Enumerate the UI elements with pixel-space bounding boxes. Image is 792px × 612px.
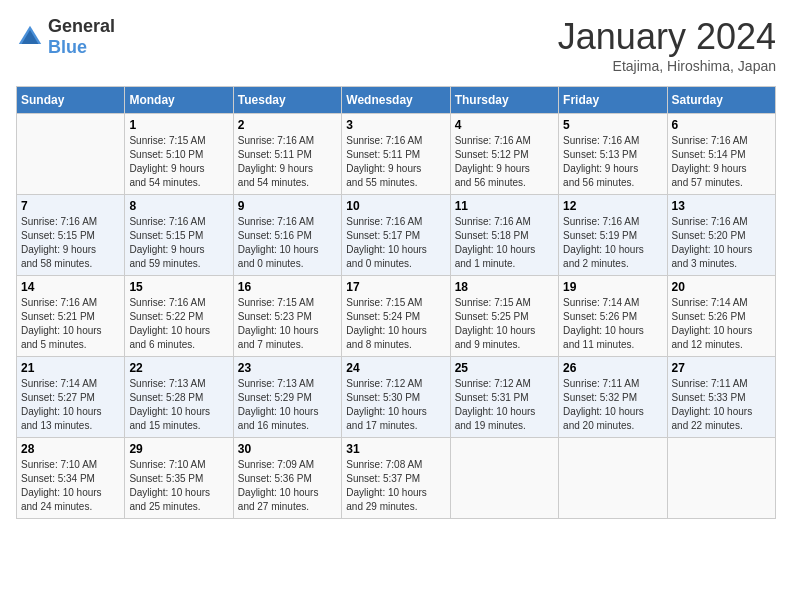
day-number: 30 [238,442,337,456]
logo-general: General [48,16,115,36]
calendar-table: Sunday Monday Tuesday Wednesday Thursday… [16,86,776,519]
week-row-0: 1Sunrise: 7:15 AM Sunset: 5:10 PM Daylig… [17,114,776,195]
day-cell: 4Sunrise: 7:16 AM Sunset: 5:12 PM Daylig… [450,114,558,195]
day-cell [667,438,775,519]
day-info: Sunrise: 7:14 AM Sunset: 5:26 PM Dayligh… [563,296,662,352]
day-cell: 16Sunrise: 7:15 AM Sunset: 5:23 PM Dayli… [233,276,341,357]
day-number: 21 [21,361,120,375]
day-cell: 21Sunrise: 7:14 AM Sunset: 5:27 PM Dayli… [17,357,125,438]
day-info: Sunrise: 7:09 AM Sunset: 5:36 PM Dayligh… [238,458,337,514]
col-thursday: Thursday [450,87,558,114]
day-number: 26 [563,361,662,375]
day-info: Sunrise: 7:16 AM Sunset: 5:17 PM Dayligh… [346,215,445,271]
day-info: Sunrise: 7:08 AM Sunset: 5:37 PM Dayligh… [346,458,445,514]
week-row-3: 21Sunrise: 7:14 AM Sunset: 5:27 PM Dayli… [17,357,776,438]
day-cell: 2Sunrise: 7:16 AM Sunset: 5:11 PM Daylig… [233,114,341,195]
day-cell: 17Sunrise: 7:15 AM Sunset: 5:24 PM Dayli… [342,276,450,357]
col-saturday: Saturday [667,87,775,114]
day-info: Sunrise: 7:12 AM Sunset: 5:31 PM Dayligh… [455,377,554,433]
header-row: Sunday Monday Tuesday Wednesday Thursday… [17,87,776,114]
day-info: Sunrise: 7:13 AM Sunset: 5:29 PM Dayligh… [238,377,337,433]
col-sunday: Sunday [17,87,125,114]
day-info: Sunrise: 7:16 AM Sunset: 5:11 PM Dayligh… [238,134,337,190]
header: General Blue January 2024 Etajima, Hiros… [16,16,776,74]
day-number: 3 [346,118,445,132]
logo-icon [16,23,44,51]
day-number: 16 [238,280,337,294]
day-cell: 18Sunrise: 7:15 AM Sunset: 5:25 PM Dayli… [450,276,558,357]
day-cell: 24Sunrise: 7:12 AM Sunset: 5:30 PM Dayli… [342,357,450,438]
day-info: Sunrise: 7:16 AM Sunset: 5:11 PM Dayligh… [346,134,445,190]
day-info: Sunrise: 7:15 AM Sunset: 5:24 PM Dayligh… [346,296,445,352]
day-cell [559,438,667,519]
day-number: 28 [21,442,120,456]
day-info: Sunrise: 7:13 AM Sunset: 5:28 PM Dayligh… [129,377,228,433]
day-cell: 6Sunrise: 7:16 AM Sunset: 5:14 PM Daylig… [667,114,775,195]
title-area: January 2024 Etajima, Hiroshima, Japan [558,16,776,74]
day-cell: 30Sunrise: 7:09 AM Sunset: 5:36 PM Dayli… [233,438,341,519]
week-row-1: 7Sunrise: 7:16 AM Sunset: 5:15 PM Daylig… [17,195,776,276]
day-number: 14 [21,280,120,294]
day-cell: 12Sunrise: 7:16 AM Sunset: 5:19 PM Dayli… [559,195,667,276]
day-info: Sunrise: 7:10 AM Sunset: 5:35 PM Dayligh… [129,458,228,514]
day-info: Sunrise: 7:16 AM Sunset: 5:15 PM Dayligh… [129,215,228,271]
calendar-title: January 2024 [558,16,776,58]
day-number: 24 [346,361,445,375]
day-cell: 11Sunrise: 7:16 AM Sunset: 5:18 PM Dayli… [450,195,558,276]
day-info: Sunrise: 7:12 AM Sunset: 5:30 PM Dayligh… [346,377,445,433]
day-cell: 5Sunrise: 7:16 AM Sunset: 5:13 PM Daylig… [559,114,667,195]
day-info: Sunrise: 7:11 AM Sunset: 5:32 PM Dayligh… [563,377,662,433]
day-number: 2 [238,118,337,132]
day-number: 23 [238,361,337,375]
day-number: 18 [455,280,554,294]
col-tuesday: Tuesday [233,87,341,114]
day-cell: 15Sunrise: 7:16 AM Sunset: 5:22 PM Dayli… [125,276,233,357]
day-info: Sunrise: 7:16 AM Sunset: 5:20 PM Dayligh… [672,215,771,271]
col-friday: Friday [559,87,667,114]
day-info: Sunrise: 7:14 AM Sunset: 5:26 PM Dayligh… [672,296,771,352]
day-cell: 14Sunrise: 7:16 AM Sunset: 5:21 PM Dayli… [17,276,125,357]
week-row-2: 14Sunrise: 7:16 AM Sunset: 5:21 PM Dayli… [17,276,776,357]
day-number: 10 [346,199,445,213]
day-info: Sunrise: 7:16 AM Sunset: 5:14 PM Dayligh… [672,134,771,190]
logo-blue: Blue [48,37,87,57]
calendar-subtitle: Etajima, Hiroshima, Japan [558,58,776,74]
calendar-body: 1Sunrise: 7:15 AM Sunset: 5:10 PM Daylig… [17,114,776,519]
day-number: 20 [672,280,771,294]
day-number: 15 [129,280,228,294]
day-info: Sunrise: 7:15 AM Sunset: 5:25 PM Dayligh… [455,296,554,352]
day-cell: 28Sunrise: 7:10 AM Sunset: 5:34 PM Dayli… [17,438,125,519]
day-cell: 10Sunrise: 7:16 AM Sunset: 5:17 PM Dayli… [342,195,450,276]
day-number: 25 [455,361,554,375]
day-cell: 25Sunrise: 7:12 AM Sunset: 5:31 PM Dayli… [450,357,558,438]
day-number: 11 [455,199,554,213]
day-number: 6 [672,118,771,132]
day-info: Sunrise: 7:16 AM Sunset: 5:19 PM Dayligh… [563,215,662,271]
col-wednesday: Wednesday [342,87,450,114]
day-info: Sunrise: 7:16 AM Sunset: 5:18 PM Dayligh… [455,215,554,271]
day-info: Sunrise: 7:16 AM Sunset: 5:22 PM Dayligh… [129,296,228,352]
day-number: 22 [129,361,228,375]
day-number: 1 [129,118,228,132]
day-info: Sunrise: 7:11 AM Sunset: 5:33 PM Dayligh… [672,377,771,433]
col-monday: Monday [125,87,233,114]
day-number: 4 [455,118,554,132]
day-cell: 20Sunrise: 7:14 AM Sunset: 5:26 PM Dayli… [667,276,775,357]
day-cell [450,438,558,519]
day-number: 9 [238,199,337,213]
day-info: Sunrise: 7:16 AM Sunset: 5:13 PM Dayligh… [563,134,662,190]
day-info: Sunrise: 7:15 AM Sunset: 5:10 PM Dayligh… [129,134,228,190]
day-number: 27 [672,361,771,375]
calendar-header: Sunday Monday Tuesday Wednesday Thursday… [17,87,776,114]
day-cell: 19Sunrise: 7:14 AM Sunset: 5:26 PM Dayli… [559,276,667,357]
day-info: Sunrise: 7:10 AM Sunset: 5:34 PM Dayligh… [21,458,120,514]
day-cell: 13Sunrise: 7:16 AM Sunset: 5:20 PM Dayli… [667,195,775,276]
day-number: 12 [563,199,662,213]
day-number: 5 [563,118,662,132]
day-cell: 3Sunrise: 7:16 AM Sunset: 5:11 PM Daylig… [342,114,450,195]
day-info: Sunrise: 7:16 AM Sunset: 5:15 PM Dayligh… [21,215,120,271]
day-number: 19 [563,280,662,294]
logo: General Blue [16,16,115,58]
day-number: 17 [346,280,445,294]
day-number: 7 [21,199,120,213]
